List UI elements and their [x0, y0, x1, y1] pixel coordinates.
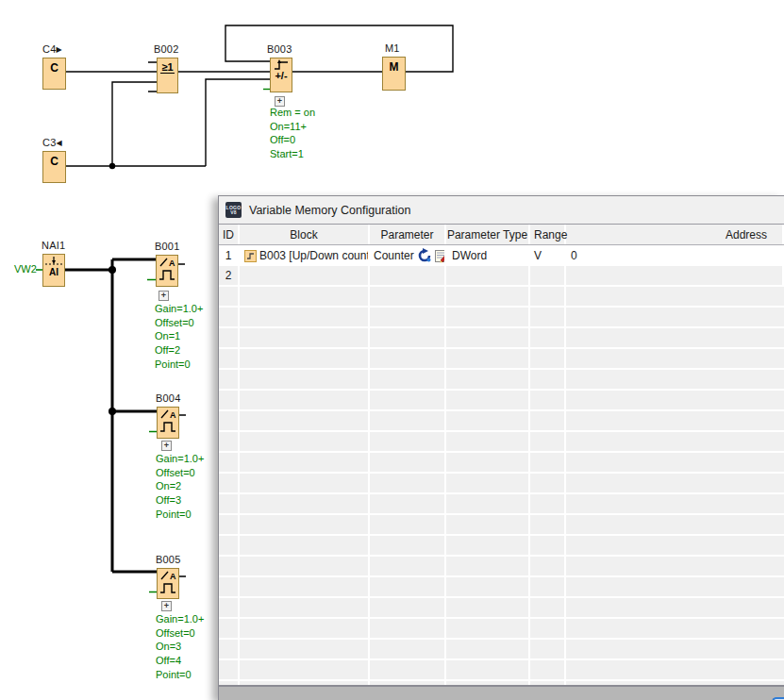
analog-trigger-glyph: A — [158, 408, 177, 434]
connector-label-vw2: VW2 — [14, 263, 37, 275]
wire-m1-feedback-to-b003 — [225, 25, 453, 72]
svg-text:A: A — [170, 410, 176, 420]
cell-id[interactable]: 2 — [219, 266, 240, 285]
block-type-icon — [244, 250, 257, 262]
block-b004-analog-threshold-trigger[interactable]: A — [157, 407, 179, 439]
network-input-glyph — [44, 255, 63, 267]
cell-block[interactable]: B003 [Up/Down counter] — [240, 245, 370, 266]
column-separator — [238, 287, 240, 685]
block-c4-cursor-key[interactable]: C — [42, 58, 66, 90]
block-label-c3: C3◀ — [42, 137, 62, 148]
param-text-b003: Rem = onOn=11+ Off=0Start=1 — [270, 106, 315, 161]
block-label-b005: B005 — [156, 554, 181, 565]
table-row[interactable]: 2 — [219, 266, 784, 287]
cell-id[interactable]: 1 — [219, 245, 240, 266]
svg-text:A: A — [169, 258, 175, 268]
wire-c3-to-b003 — [206, 79, 270, 166]
cell-range[interactable] — [530, 266, 566, 285]
analog-input-glyph: AI — [49, 268, 58, 277]
or-gate-glyph: ≥1 — [160, 61, 174, 74]
param-text-b005: Gain=1.0+Offset=0 On=3Off=4 Point=0 — [156, 612, 204, 682]
block-c3-cursor-key[interactable]: C — [42, 151, 66, 183]
cursor-right-icon: ▶ — [56, 45, 61, 54]
cursor-key-glyph: C — [50, 156, 58, 167]
column-separator — [444, 287, 446, 685]
column-header-range: Range — [530, 225, 566, 244]
table-row[interactable]: 1 B003 [Up/Down counter] Counter DWord — [219, 245, 784, 266]
block-b001-analog-threshold-trigger[interactable]: A — [156, 255, 178, 287]
column-header-id: ID — [219, 225, 240, 244]
cell-address[interactable]: 0 — [566, 245, 784, 266]
dialog-titlebar[interactable]: LOGOV8 Variable Memory Configuration — [219, 196, 784, 224]
block-label-b001: B001 — [155, 241, 180, 252]
block-label-b003: B003 — [267, 43, 292, 55]
block-label-m1: M1 — [385, 42, 400, 54]
refresh-icon[interactable] — [417, 248, 432, 263]
junction-dot — [108, 266, 116, 274]
junction-dot — [109, 163, 115, 169]
cell-block[interactable] — [240, 266, 370, 285]
table-header: ID Block Parameter Parameter Type Range … — [219, 224, 784, 245]
junction-dot — [108, 408, 116, 415]
edit-parameter-icon[interactable] — [435, 249, 446, 263]
block-nai1-network-analog-input[interactable]: AI — [42, 254, 65, 287]
column-header-parameter-type: Parameter Type — [446, 225, 530, 244]
block-b002-or[interactable]: ≥1 — [157, 58, 178, 93]
cell-range[interactable]: V — [530, 245, 566, 266]
block-b005-analog-threshold-trigger[interactable]: A — [157, 568, 179, 599]
block-m1-flag[interactable]: M — [382, 57, 406, 91]
wire-c3-to-b002 — [112, 82, 157, 166]
column-header-address: Address — [566, 225, 784, 244]
dialog-bottom-bar — [219, 685, 784, 700]
expand-params-button-b005[interactable]: + — [161, 601, 172, 611]
analog-trigger-glyph: A — [158, 569, 177, 595]
param-text-b004: Gain=1.0+Offset=0 On=2Off=3 Point=0 — [156, 452, 204, 522]
block-label-c4: C4▶ — [42, 43, 62, 55]
block-label-b004: B004 — [156, 392, 181, 404]
logo-soft-comfort-icon: LOGOV8 — [225, 202, 242, 218]
param-text-b001: Gain=1.0+Offset=0 On=1Off=2 Point=0 — [155, 302, 203, 372]
cell-parameter[interactable]: Counter — [370, 245, 446, 266]
block-b003-updown-counter[interactable]: +/- — [270, 58, 292, 92]
column-separator — [528, 287, 530, 685]
cursor-left-icon: ◀ — [56, 139, 61, 147]
updown-glyph: +/- — [275, 71, 287, 81]
expand-params-button-b004[interactable]: + — [161, 441, 172, 451]
flag-glyph: M — [390, 61, 399, 73]
variable-memory-configuration-dialog: LOGOV8 Variable Memory Configuration ID … — [218, 195, 784, 700]
cell-address[interactable] — [566, 266, 784, 285]
block-label-b002: B002 — [154, 43, 179, 55]
block-label-nai1: NAI1 — [42, 240, 65, 251]
cell-parameter-type[interactable] — [446, 266, 530, 285]
cell-parameter[interactable] — [370, 266, 446, 285]
column-header-block: Block — [240, 225, 370, 244]
stub-b002-inputs — [148, 62, 157, 92]
column-separator — [564, 287, 566, 685]
expand-params-button-b001[interactable]: + — [158, 291, 169, 301]
cell-parameter-type[interactable]: DWord — [446, 245, 530, 266]
cursor-key-glyph: C — [50, 62, 58, 74]
column-header-parameter: Parameter — [370, 225, 446, 244]
empty-table-rows — [219, 287, 784, 685]
analog-trigger-glyph: A — [158, 256, 176, 282]
svg-text:A: A — [170, 572, 176, 581]
dialog-title: Variable Memory Configuration — [249, 204, 410, 217]
column-separator — [368, 287, 370, 685]
